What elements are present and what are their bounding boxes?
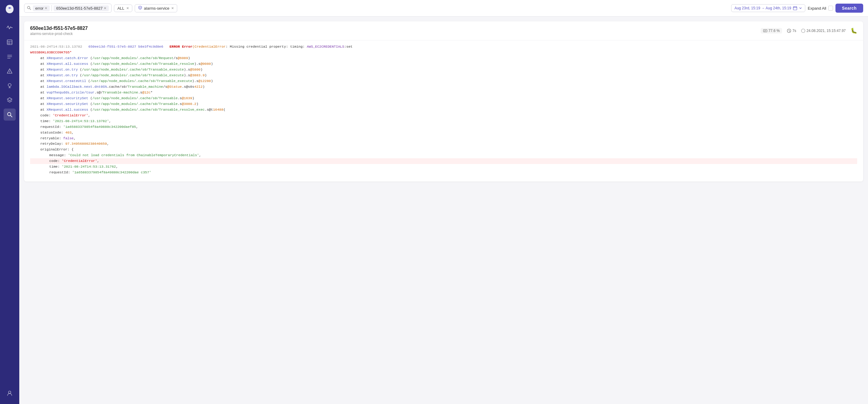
svg-point-25 <box>801 29 805 33</box>
search-pills-container: error ✕ 650ee13d-f551-57e5-8827 ✕ <box>24 4 112 13</box>
svg-point-9 <box>8 84 11 87</box>
log-line-9: at XRequest.securitySet (/usr/app/node_m… <box>30 96 857 101</box>
sidebar-item-layers[interactable] <box>4 94 16 106</box>
log-line-1: W6SSB0KL03BCCO9KTG5* <box>30 50 857 56</box>
log-entry-service: alarms-service-prod-check <box>30 32 88 36</box>
expand-all-label: Expand All <box>808 6 826 10</box>
log-line-4: at XRequest.on.try (/usr/app/node_module… <box>30 67 857 73</box>
svg-point-14 <box>8 391 11 394</box>
remove-error-pill[interactable]: ✕ <box>44 6 47 10</box>
sidebar-item-user[interactable] <box>4 387 16 399</box>
log-line-2: at XRequest.catch.Error (/usr/app/node_m… <box>30 56 857 61</box>
remove-service-filter[interactable]: ✕ <box>171 6 174 10</box>
log-card-title-area: 650ee13d-f551-57e5-8827 alarms-service-p… <box>30 26 88 36</box>
log-line-12: code: 'CredentialError', <box>30 113 857 119</box>
log-line-20: code: 'CredentialError', <box>30 158 857 164</box>
search-button[interactable]: Search <box>835 4 864 13</box>
sidebar-item-alerts[interactable] <box>4 65 16 77</box>
log-line-0: 2021-08-24T14:53:13.13782 650ee13d-f551-… <box>30 44 857 50</box>
error-badge: 🐛 <box>850 27 857 34</box>
log-card-meta: 77.6 % 7s 24.08.2021, 15:15:47.97 🐛 <box>761 27 857 34</box>
svg-line-13 <box>10 116 12 117</box>
log-line-15: statusCode: 403, <box>30 130 857 136</box>
log-line-11: at XRequest.all.success (/usr/app/node_m… <box>30 107 857 113</box>
log-line-14: requestId: '1a65883379854f8a49880c342200… <box>30 124 857 130</box>
log-line-10: at XRequest.securitySet (/usr/app/node_m… <box>30 101 857 107</box>
stack-icon <box>138 6 142 11</box>
coverage-badge: 77.6 % <box>761 28 782 33</box>
log-line-22: requestId: '1a65883379854f8a49880c342200… <box>30 170 857 176</box>
log-line-17: retryDelay: 97.34956800238640659, <box>30 141 857 147</box>
sidebar <box>0 0 19 404</box>
log-line-7: at lambda.IOCallback.next.dnt0S%.cache/s… <box>30 84 857 90</box>
duration-value: 7s <box>792 29 796 33</box>
remove-id-pill[interactable]: ✕ <box>104 6 106 10</box>
sidebar-item-search[interactable] <box>4 108 16 121</box>
log-line-6: at XRequest.createUtil (/usr/app/node_mo… <box>30 79 857 84</box>
remove-all-filter[interactable]: ✕ <box>126 6 129 10</box>
toolbar: error ✕ 650ee13d-f551-57e5-8827 ✕ ALL ✕ … <box>19 0 868 17</box>
log-card: 650ee13d-f551-57e5-8827 alarms-service-p… <box>24 22 863 182</box>
svg-rect-17 <box>793 7 797 10</box>
main-content: error ✕ 650ee13d-f551-57e5-8827 ✕ ALL ✕ … <box>19 0 868 404</box>
svg-rect-21 <box>764 30 767 32</box>
sidebar-item-table[interactable] <box>4 36 16 48</box>
log-line-21: time: '2021-08-24T14:53:13.31762, <box>30 164 857 170</box>
pill-divider <box>52 5 52 11</box>
log-timestamp: 24.08.2021, 15:15:47.97 <box>807 29 846 33</box>
log-line-19: message: 'Could not load credentials fro… <box>30 153 857 158</box>
svg-point-15 <box>27 6 30 9</box>
coverage-pct: 77.6 % <box>769 29 780 33</box>
svg-point-8 <box>9 73 10 73</box>
sidebar-item-activity[interactable] <box>4 22 16 34</box>
date-range-picker[interactable]: Aug 23rd, 15:19 → Aug 24th, 15:19 <box>731 4 805 12</box>
log-card-header: 650ee13d-f551-57e5-8827 alarms-service-p… <box>24 22 863 40</box>
svg-line-16 <box>30 8 31 10</box>
svg-point-12 <box>7 113 11 116</box>
expand-all-checkbox[interactable] <box>828 6 833 10</box>
log-line-8: at vupThequdds_cricle/tsur.s@/Transable-… <box>30 90 857 96</box>
date-range-text: Aug 23rd, 15:19 → Aug 24th, 15:19 <box>735 6 791 10</box>
log-line-13: time: '2021-08-24T14:53:13.13782', <box>30 119 857 124</box>
filter-all[interactable]: ALL ✕ <box>114 4 132 12</box>
filter-pill-id[interactable]: 650ee13d-f551-57e5-8827 ✕ <box>54 5 109 11</box>
bug-icon: 🐛 <box>850 27 857 34</box>
log-area[interactable]: 650ee13d-f551-57e5-8827 alarms-service-p… <box>19 17 868 404</box>
log-line-18: originalError: { <box>30 147 857 153</box>
log-line-3: at XRequest.all.success (/usr/app/node_m… <box>30 61 857 67</box>
filter-service[interactable]: alarms-service ✕ <box>135 4 178 12</box>
log-body: 2021-08-24T14:53:13.13782 650ee13d-f551-… <box>24 40 863 182</box>
app-logo[interactable] <box>4 4 15 14</box>
sidebar-item-insights[interactable] <box>4 80 16 92</box>
log-entry-id: 650ee13d-f551-57e5-8827 <box>30 26 88 31</box>
log-line-5: at XRequest.on.try (/usr/app/node_module… <box>30 73 857 79</box>
duration-meta: 7s <box>787 29 796 33</box>
sidebar-item-logs[interactable] <box>4 51 16 63</box>
log-line-16: retryable: false, <box>30 136 857 142</box>
timestamp-meta: 24.08.2021, 15:15:47.97 <box>801 29 846 33</box>
filter-pill-error[interactable]: error ✕ <box>33 5 50 11</box>
svg-rect-0 <box>7 40 12 44</box>
search-icon <box>27 6 31 11</box>
expand-all-control[interactable]: Expand All <box>808 6 833 10</box>
